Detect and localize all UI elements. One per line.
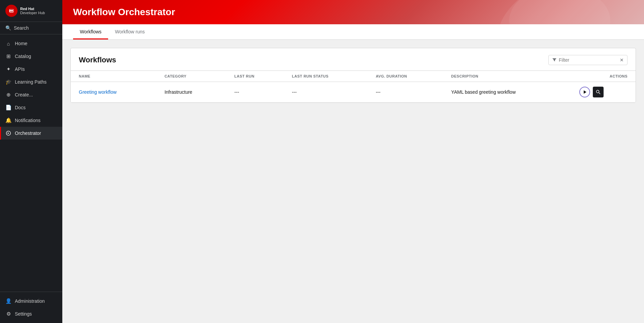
page-title: Workflow Orchestrator bbox=[73, 7, 175, 18]
sidebar-item-label: Notifications bbox=[15, 118, 40, 123]
sidebar-item-apis[interactable]: ✦ APIs bbox=[0, 63, 62, 76]
tabs-bar: Workflows Workflow runs bbox=[62, 24, 644, 40]
card-header: Workflows ✕ bbox=[71, 48, 636, 70]
app-title-text: Red Hat Developer Hub bbox=[20, 7, 45, 15]
orchestrator-icon bbox=[5, 130, 11, 136]
workflow-avg-duration-cell: --- bbox=[368, 82, 443, 102]
docs-icon: 📄 bbox=[5, 105, 11, 111]
workflows-card: Workflows ✕ NAME CATEGORY LAST RUN L bbox=[70, 48, 636, 103]
svg-line-3 bbox=[599, 93, 601, 94]
run-workflow-button[interactable] bbox=[579, 87, 590, 97]
table-header: NAME CATEGORY LAST RUN LAST RUN STATUS A… bbox=[71, 71, 636, 82]
sidebar-item-label: Docs bbox=[15, 105, 26, 110]
sidebar-item-label: Home bbox=[15, 41, 27, 46]
sidebar-item-home[interactable]: ⌂ Home bbox=[0, 37, 62, 50]
apis-icon: ✦ bbox=[5, 66, 11, 72]
sidebar-item-label: Orchestrator bbox=[15, 130, 41, 136]
workflow-category-cell: Infrastructure bbox=[156, 82, 226, 102]
settings-icon: ⚙ bbox=[5, 311, 11, 317]
sidebar-item-catalog[interactable]: ⊞ Catalog bbox=[0, 50, 62, 63]
workflow-name-link[interactable]: Greeting workflow bbox=[79, 89, 117, 95]
play-icon bbox=[583, 90, 587, 94]
catalog-icon: ⊞ bbox=[5, 53, 11, 59]
actions-container bbox=[579, 87, 627, 97]
col-actions: ACTIONS bbox=[571, 71, 636, 82]
sidebar-item-label: Administration bbox=[15, 298, 45, 304]
col-last-run-status: LAST RUN STATUS bbox=[284, 71, 368, 82]
sidebar-item-label: Learning Paths bbox=[15, 79, 46, 85]
search-icon: 🔍 bbox=[5, 25, 11, 31]
administration-icon: 👤 bbox=[5, 298, 11, 304]
app-logo: Red Hat Developer Hub bbox=[0, 0, 62, 22]
filter-input[interactable] bbox=[559, 57, 618, 63]
workflow-description-cell: YAML based greeting workflow bbox=[443, 82, 572, 102]
sidebar-item-create[interactable]: ⊕ Create... bbox=[0, 88, 62, 101]
search-label: Search bbox=[14, 25, 29, 31]
sidebar-item-label: Catalog bbox=[15, 54, 31, 59]
col-name: NAME bbox=[71, 71, 156, 82]
header-banner: Workflow Orchestrator bbox=[62, 0, 644, 24]
sidebar-item-label: Settings bbox=[15, 311, 32, 317]
learning-icon: 🎓 bbox=[5, 79, 11, 85]
filter-area[interactable]: ✕ bbox=[548, 55, 627, 65]
col-last-run: LAST RUN bbox=[226, 71, 284, 82]
sidebar-item-label: Create... bbox=[15, 92, 33, 97]
sidebar-item-notifications[interactable]: 🔔 Notifications bbox=[0, 114, 62, 127]
tab-workflows[interactable]: Workflows bbox=[73, 24, 108, 39]
svg-point-2 bbox=[597, 90, 599, 93]
table-row: Greeting workflow Infrastructure --- ---… bbox=[71, 82, 636, 102]
sidebar: Red Hat Developer Hub 🔍 Search ⌂ Home ⊞ … bbox=[0, 0, 62, 323]
workflows-table: NAME CATEGORY LAST RUN LAST RUN STATUS A… bbox=[71, 70, 636, 102]
create-icon: ⊕ bbox=[5, 92, 11, 98]
col-category: CATEGORY bbox=[156, 71, 226, 82]
bell-icon: 🔔 bbox=[5, 117, 11, 123]
sidebar-item-administration[interactable]: 👤 Administration bbox=[0, 295, 62, 307]
svg-marker-1 bbox=[584, 90, 586, 94]
sidebar-item-orchestrator[interactable]: Orchestrator bbox=[0, 127, 62, 140]
search-item[interactable]: 🔍 Search bbox=[0, 22, 62, 34]
home-icon: ⌂ bbox=[5, 40, 11, 47]
main-content: Workflow Orchestrator Workflows Workflow… bbox=[62, 0, 644, 323]
table-body: Greeting workflow Infrastructure --- ---… bbox=[71, 82, 636, 102]
workflow-name-cell: Greeting workflow bbox=[71, 82, 156, 102]
workflows-card-title: Workflows bbox=[79, 56, 116, 64]
filter-icon bbox=[552, 58, 557, 62]
content-area: Workflows ✕ NAME CATEGORY LAST RUN L bbox=[62, 40, 644, 323]
workflow-actions-cell bbox=[571, 82, 636, 102]
filter-clear-button[interactable]: ✕ bbox=[620, 57, 624, 63]
sidebar-item-docs[interactable]: 📄 Docs bbox=[0, 101, 62, 114]
sidebar-nav: ⌂ Home ⊞ Catalog ✦ APIs 🎓 Learning Paths… bbox=[0, 34, 62, 292]
sidebar-item-learning-paths[interactable]: 🎓 Learning Paths bbox=[0, 76, 62, 88]
sidebar-item-settings[interactable]: ⚙ Settings bbox=[0, 307, 62, 320]
col-avg-duration: AVG. DURATION bbox=[368, 71, 443, 82]
sidebar-item-label: APIs bbox=[15, 66, 25, 72]
sidebar-bottom: 👤 Administration ⚙ Settings bbox=[0, 292, 62, 323]
workflow-last-run-status-cell: --- bbox=[284, 82, 368, 102]
tab-workflow-runs[interactable]: Workflow runs bbox=[108, 24, 151, 39]
workflow-last-run-cell: --- bbox=[226, 82, 284, 102]
view-workflow-button[interactable] bbox=[593, 87, 604, 97]
redhat-logo-icon bbox=[5, 5, 18, 17]
col-description: DESCRIPTION bbox=[443, 71, 572, 82]
search-icon bbox=[596, 90, 601, 94]
